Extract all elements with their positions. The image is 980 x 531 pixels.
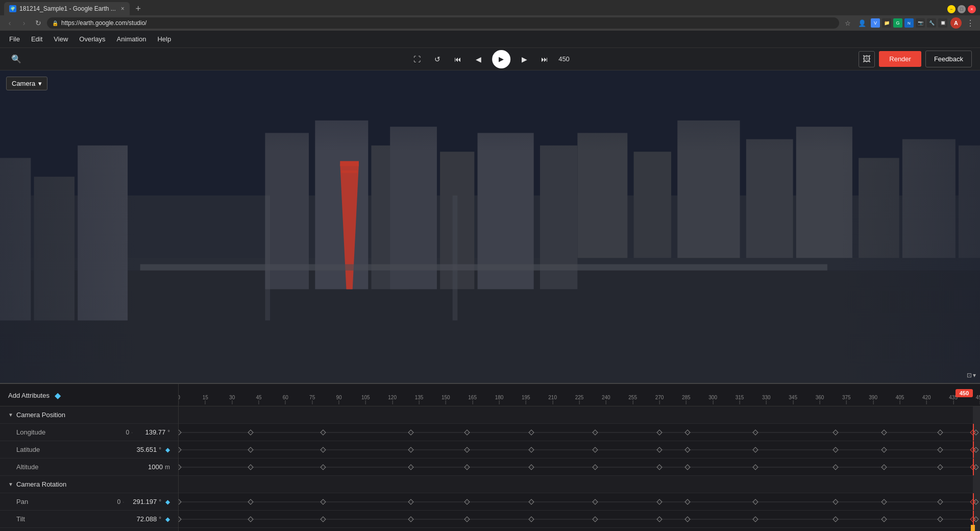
latitude-keyframe-8[interactable]: [684, 447, 690, 452]
ext-6[interactable]: 🔧: [927, 18, 936, 28]
fullscreen-toggle-button[interactable]: ⛶: [410, 53, 424, 66]
back-button[interactable]: ‹: [4, 17, 15, 29]
altitude-keyframe-6[interactable]: [593, 464, 598, 470]
latitude-keyframe-3[interactable]: [408, 447, 414, 452]
longitude-keyframe-11[interactable]: [881, 429, 887, 435]
pan-keyframe-icon[interactable]: ◆: [165, 498, 170, 505]
tilt-keyframe-3[interactable]: [408, 516, 414, 522]
longitude-keyframe-0[interactable]: [179, 429, 182, 435]
latitude-keyframe-9[interactable]: [753, 447, 758, 452]
browser-tab[interactable]: 🌍 181214_Sample1 - Google Earth ... ×: [4, 2, 130, 15]
play-button[interactable]: ▶: [492, 50, 510, 68]
altitude-keyframe-12[interactable]: [937, 464, 943, 470]
latitude-keyframe-11[interactable]: [881, 447, 887, 452]
ext-5[interactable]: 📷: [916, 18, 925, 28]
longitude-keyframe-8[interactable]: [684, 429, 690, 435]
longitude-keyframe-10[interactable]: [833, 429, 839, 435]
tilt-keyframe-11[interactable]: [881, 516, 887, 522]
altitude-keyframe-8[interactable]: [684, 464, 690, 470]
altitude-keyframe-4[interactable]: [464, 464, 470, 470]
latitude-keyframe-5[interactable]: [528, 447, 534, 452]
camera-position-section-header[interactable]: ▼ Camera Position: [0, 406, 178, 424]
tilt-keyframe-10[interactable]: [833, 516, 839, 522]
pan-keyframe-8[interactable]: [684, 499, 690, 504]
user-avatar[interactable]: A: [950, 17, 962, 29]
pan-keyframe-2[interactable]: [320, 499, 326, 504]
longitude-keyframe-9[interactable]: [753, 429, 758, 435]
chrome-menu-button[interactable]: ⋮: [965, 17, 976, 29]
pan-keyframe-6[interactable]: [593, 499, 598, 504]
menu-item-edit[interactable]: Edit: [26, 33, 47, 45]
new-tab-button[interactable]: +: [132, 2, 145, 15]
render-button[interactable]: Render: [879, 51, 921, 67]
tilt-keyframe-7[interactable]: [656, 516, 662, 522]
camera-dropdown-button[interactable]: Camera ▾: [6, 77, 47, 90]
ext-7[interactable]: 🔲: [938, 18, 947, 28]
longitude-keyframe-6[interactable]: [593, 429, 598, 435]
pan-keyframe-0[interactable]: [179, 499, 182, 504]
altitude-keyframe-5[interactable]: [528, 464, 534, 470]
step-forward-button[interactable]: ▶: [518, 53, 531, 66]
close-button[interactable]: ×: [968, 5, 976, 13]
altitude-keyframe-10[interactable]: [833, 464, 839, 470]
longitude-keyframe-4[interactable]: [464, 429, 470, 435]
step-back-button[interactable]: ◀: [472, 53, 485, 66]
latitude-keyframe-4[interactable]: [464, 447, 470, 452]
altitude-input[interactable]: [132, 463, 163, 471]
minimize-button[interactable]: −: [947, 5, 955, 13]
longitude-input[interactable]: [135, 428, 165, 436]
browser-action-profile[interactable]: 👤: [856, 17, 868, 29]
tilt-keyframe-icon[interactable]: ◆: [165, 516, 170, 523]
menu-item-view[interactable]: View: [48, 33, 73, 45]
menu-item-file[interactable]: File: [4, 33, 25, 45]
tilt-keyframe-9[interactable]: [753, 516, 758, 522]
latitude-keyframe-10[interactable]: [833, 447, 839, 452]
menu-item-help[interactable]: Help: [152, 33, 176, 45]
longitude-keyframe-7[interactable]: [656, 429, 662, 435]
tilt-keyframe-6[interactable]: [593, 516, 598, 522]
longitude-keyframe-12[interactable]: [937, 429, 943, 435]
feedback-button[interactable]: Feedback: [925, 51, 972, 67]
browser-action-star[interactable]: ☆: [842, 17, 853, 29]
skip-to-end-button[interactable]: ⏭: [538, 53, 551, 66]
maximize-button[interactable]: □: [958, 5, 966, 13]
viewport-resize-handle[interactable]: ⊡ ▾: [967, 372, 976, 379]
pan-keyframe-7[interactable]: [656, 499, 662, 504]
altitude-keyframe-11[interactable]: [881, 464, 887, 470]
forward-button[interactable]: ›: [18, 17, 30, 29]
tilt-keyframe-12[interactable]: [937, 516, 943, 522]
latitude-keyframe-7[interactable]: [656, 447, 662, 452]
tilt-keyframe-5[interactable]: [528, 516, 534, 522]
ext-4[interactable]: N: [904, 18, 914, 28]
latitude-keyframe-12[interactable]: [937, 447, 943, 452]
latitude-keyframe-1[interactable]: [248, 447, 254, 452]
refresh-button[interactable]: ↻: [33, 17, 44, 29]
address-bar[interactable]: 🔒 https://earth.google.com/studio/: [47, 17, 839, 29]
skip-to-start-button[interactable]: ⏮: [451, 53, 464, 66]
latitude-keyframe-6[interactable]: [593, 447, 598, 452]
altitude-keyframe-1[interactable]: [248, 464, 254, 470]
longitude-keyframe-3[interactable]: [408, 429, 414, 435]
pan-keyframe-4[interactable]: [464, 499, 470, 504]
image-preview-button[interactable]: 🖼: [859, 51, 875, 67]
tilt-keyframe-1[interactable]: [248, 516, 254, 522]
latitude-input[interactable]: [126, 446, 157, 453]
pan-keyframe-5[interactable]: [528, 499, 534, 504]
add-attributes-button[interactable]: Add Attributes: [8, 392, 50, 399]
longitude-keyframe-2[interactable]: [320, 429, 326, 435]
altitude-keyframe-2[interactable]: [320, 464, 326, 470]
altitude-keyframe-9[interactable]: [753, 464, 758, 470]
ext-1[interactable]: V: [871, 18, 880, 28]
tilt-keyframe-4[interactable]: [464, 516, 470, 522]
ext-2[interactable]: 📁: [882, 18, 891, 28]
pan-keyframe-9[interactable]: [753, 499, 758, 504]
pan-keyframe-12[interactable]: [937, 499, 943, 504]
camera-rotation-section-header[interactable]: ▼ Camera Rotation: [0, 476, 178, 493]
pan-keyframe-3[interactable]: [408, 499, 414, 504]
altitude-keyframe-0[interactable]: [179, 464, 182, 470]
pan-keyframe-11[interactable]: [881, 499, 887, 504]
latitude-keyframe-0[interactable]: [179, 447, 182, 452]
latitude-keyframe-icon[interactable]: ◆: [165, 446, 170, 453]
altitude-keyframe-7[interactable]: [656, 464, 662, 470]
search-button[interactable]: 🔍: [8, 51, 24, 67]
